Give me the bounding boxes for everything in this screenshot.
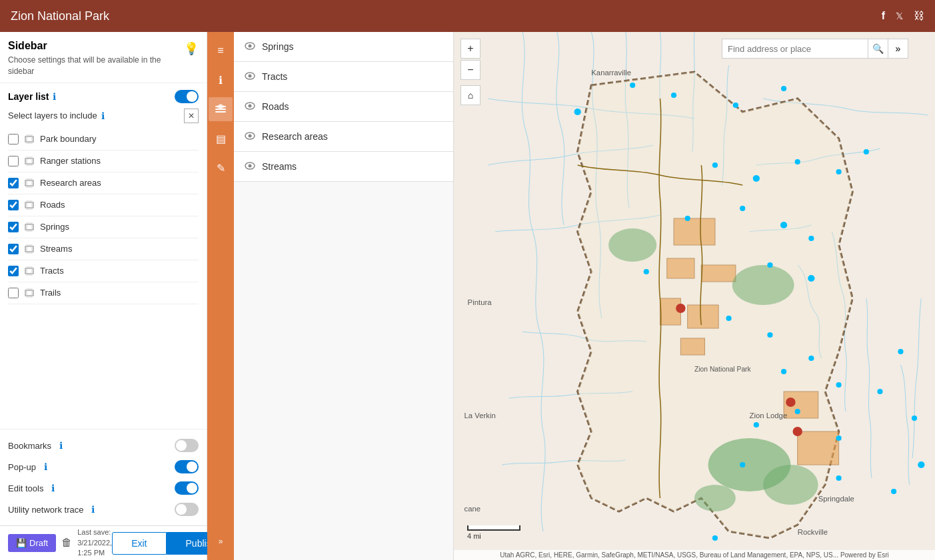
hamburger-icon-btn[interactable]: ≡: [209, 39, 233, 63]
close-button[interactable]: ✕: [184, 109, 199, 123]
settings-row: Pop-upℹ: [8, 456, 199, 477]
svg-rect-32: [667, 258, 694, 278]
layer-type-icon: [24, 222, 35, 232]
layer-list-content: Layer list ℹ Select layers to include ℹ …: [0, 83, 207, 429]
settings-label: Edit toolsℹ: [8, 483, 55, 493]
svg-point-40: [732, 265, 794, 305]
pencil-icon-btn[interactable]: ✎: [209, 156, 233, 180]
svg-point-27: [249, 135, 252, 138]
svg-point-52: [836, 169, 841, 174]
layers-icon-btn[interactable]: [209, 97, 233, 121]
edit-tools-toggle[interactable]: [175, 481, 199, 495]
layer-type-icon: [24, 200, 35, 210]
layer-type-icon: [24, 178, 35, 188]
svg-point-25: [249, 105, 252, 108]
layer-checkbox-streams[interactable]: [8, 244, 19, 254]
layer-checkbox-roads[interactable]: [8, 200, 19, 210]
bookmarks-toggle[interactable]: [175, 439, 199, 452]
layer-name: Ranger stations: [40, 156, 101, 166]
layer-checkbox-ranger-stations[interactable]: [8, 156, 19, 166]
map-search-input[interactable]: [722, 39, 868, 59]
facebook-icon[interactable]: f: [882, 10, 885, 22]
svg-point-57: [808, 236, 814, 241]
panel-layer-item[interactable]: Streams: [234, 152, 453, 182]
svg-point-45: [630, 83, 635, 88]
draft-button[interactable]: 💾 Draft: [8, 534, 56, 552]
panel-layer-name: Roads: [262, 101, 289, 112]
panel-layer-name: Research areas: [262, 131, 328, 142]
utility-network-trace-toggle[interactable]: [175, 503, 199, 516]
scale-label: 4 mi: [467, 532, 481, 540]
layer-name: Park boundary: [40, 134, 97, 144]
settings-info-icon[interactable]: ℹ: [51, 483, 55, 493]
zoom-out-button[interactable]: −: [461, 60, 480, 80]
settings-row: Edit toolsℹ: [8, 477, 199, 499]
top-bar-icons: f 𝕏 ⛓: [882, 10, 924, 22]
sidebar-title: Sidebar: [8, 40, 184, 52]
info-icon-btn[interactable]: ℹ: [209, 68, 233, 92]
panel-layer-item[interactable]: Springs: [234, 32, 453, 62]
layer-list-section: Layer list ℹ Select layers to include ℹ …: [0, 83, 207, 311]
expand-search-button[interactable]: »: [888, 39, 908, 59]
layer-checkbox-park-boundary[interactable]: [8, 134, 19, 144]
svg-point-61: [726, 316, 731, 321]
svg-point-60: [808, 275, 814, 282]
link-icon[interactable]: ⛓: [914, 10, 924, 22]
trash-icon[interactable]: 🗑: [61, 537, 72, 549]
layer-name: Tracts: [40, 266, 64, 276]
sidebar-description: Choose settings that will be available i…: [8, 55, 184, 77]
svg-point-21: [249, 45, 252, 48]
layer-checkbox-trails[interactable]: [8, 288, 19, 298]
search-button[interactable]: 🔍: [868, 39, 888, 59]
popup-toggle[interactable]: [175, 460, 199, 473]
visibility-eye-icon[interactable]: [245, 41, 255, 52]
top-bar: Zion National Park f 𝕏 ⛓: [0, 0, 935, 32]
table-icon-btn[interactable]: ▤: [209, 127, 233, 150]
visibility-eye-icon[interactable]: [245, 131, 255, 142]
settings-info-icon[interactable]: ℹ: [59, 440, 63, 451]
select-layers-info-icon[interactable]: ℹ: [101, 111, 105, 121]
layer-checkbox-tracts[interactable]: [8, 266, 19, 276]
visibility-eye-icon[interactable]: [245, 71, 255, 82]
svg-rect-36: [680, 338, 704, 355]
settings-label: Utility network traceℹ: [8, 504, 95, 515]
layer-list-info-icon[interactable]: ℹ: [53, 91, 56, 102]
home-button[interactable]: ⌂: [461, 85, 480, 105]
layer-type-icon: [24, 266, 35, 276]
svg-point-44: [574, 109, 581, 115]
svg-point-42: [763, 465, 818, 505]
svg-point-70: [836, 475, 841, 481]
svg-point-43: [694, 485, 736, 511]
panel-layer-item[interactable]: Tracts: [234, 62, 453, 92]
twitter-icon[interactable]: 𝕏: [896, 11, 903, 21]
panel-layer-item[interactable]: Roads: [234, 92, 453, 122]
visibility-eye-icon[interactable]: [245, 101, 255, 112]
settings-label: Bookmarksℹ: [8, 440, 63, 451]
settings-info-icon[interactable]: ℹ: [44, 461, 47, 472]
layer-checkbox-research-areas[interactable]: [8, 178, 19, 188]
svg-point-59: [767, 262, 772, 268]
settings-label: Pop-upℹ: [8, 461, 47, 472]
layer-item: Tracts: [8, 260, 199, 282]
svg-point-67: [795, 409, 800, 414]
svg-point-23: [249, 75, 252, 78]
visibility-eye-icon[interactable]: [245, 161, 255, 172]
panel-layer-item[interactable]: Research areas: [234, 122, 453, 152]
layer-item: Research areas: [8, 172, 199, 194]
scale-bar: [467, 525, 520, 531]
zoom-in-button[interactable]: +: [461, 39, 480, 59]
layer-item: Streams: [8, 238, 199, 260]
layer-checkbox-springs[interactable]: [8, 222, 19, 232]
exit-button[interactable]: Exit: [112, 532, 166, 555]
layer-list-toggle[interactable]: [175, 90, 199, 103]
last-save: Last save: 3/21/2022, 1:25 PM: [77, 527, 112, 558]
layer-name: Roads: [40, 200, 65, 210]
settings-info-icon[interactable]: ℹ: [91, 504, 95, 515]
expand-icon-btn[interactable]: »: [209, 529, 233, 553]
sidebar-panel: Sidebar Choose settings that will be ava…: [0, 32, 207, 560]
svg-point-66: [754, 422, 759, 427]
svg-point-63: [781, 369, 786, 374]
sidebar-header: Sidebar Choose settings that will be ava…: [0, 32, 207, 83]
svg-marker-19: [216, 104, 225, 109]
svg-point-77: [676, 304, 685, 313]
